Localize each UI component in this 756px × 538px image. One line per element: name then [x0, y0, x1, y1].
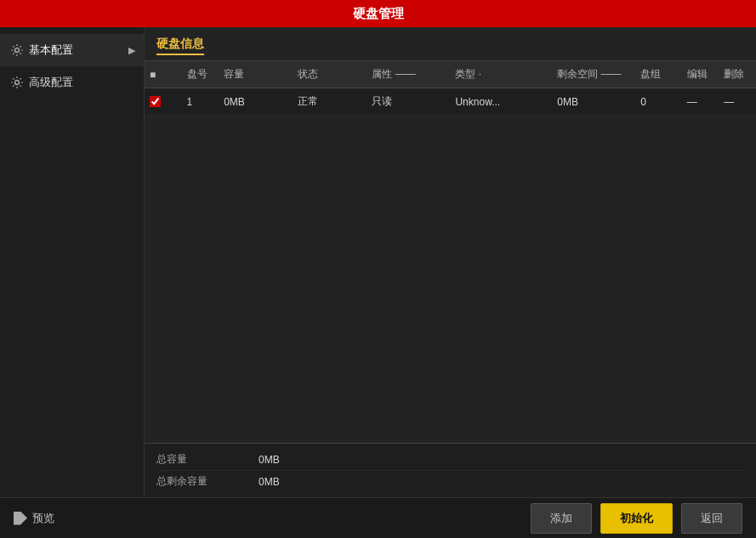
sidebar-item-basic-config[interactable]: 基本配置 ▶	[0, 34, 144, 66]
add-button[interactable]: 添加	[531, 503, 592, 534]
row-capacity: 0MB	[219, 88, 293, 116]
row-checkbox-cell[interactable]	[145, 88, 182, 116]
row-edit: —	[682, 88, 719, 116]
row-delete: —	[719, 88, 756, 116]
title-bar: 硬盘管理	[0, 0, 756, 27]
col-header-freespace: 剩余空间 ——	[552, 61, 635, 88]
row-attr: 只读	[367, 88, 450, 116]
col-header-capacity: 容量	[219, 61, 293, 88]
footer-summary: 总容量 0MB 总剩余容量 0MB	[145, 443, 756, 497]
col-header-attr: 属性 ——	[367, 61, 450, 88]
bottom-bar: 预览 添加 初始化 返回	[0, 497, 756, 538]
table-row: 1 0MB 正常 只读 Unknow... 0MB 0 — —	[145, 88, 756, 116]
arrow-icon: ▶	[128, 45, 135, 56]
section-title: 硬盘信息	[156, 37, 204, 55]
row-checkbox[interactable]	[150, 96, 161, 107]
disk-table-container[interactable]: ■ 盘号 容量 状态 属性 —— 类型 · 剩余空间 —— 盘组 编辑 删除	[145, 61, 756, 443]
col-header-edit: 编辑	[682, 61, 719, 88]
total-free-value: 0MB	[259, 476, 280, 488]
sidebar: 基本配置 ▶ 高级配置	[0, 27, 145, 497]
preview-text: 预览	[32, 511, 54, 526]
col-header-type: 类型 ·	[450, 61, 552, 88]
gear-icon	[10, 43, 24, 57]
initialize-button[interactable]: 初始化	[600, 503, 673, 534]
col-header-status: 状态	[293, 61, 367, 88]
gear-icon-advanced	[10, 76, 24, 89]
row-group: 0	[635, 88, 681, 116]
svg-point-1	[15, 81, 20, 85]
row-status: 正常	[293, 88, 367, 116]
sidebar-item-label: 基本配置	[29, 42, 73, 58]
preview-icon	[14, 512, 27, 525]
row-type: Unknow...	[450, 88, 552, 116]
content-header: 硬盘信息	[145, 27, 756, 61]
row-freespace: 0MB	[552, 88, 635, 116]
col-header-checkbox: ■	[145, 61, 182, 88]
title-text: 硬盘管理	[353, 6, 404, 22]
total-free-row: 总剩余容量 0MB	[156, 471, 744, 492]
total-capacity-label: 总容量	[156, 452, 259, 467]
sidebar-item-advanced-config[interactable]: 高级配置	[0, 66, 144, 99]
preview-section: 预览	[14, 511, 54, 526]
svg-point-0	[15, 48, 20, 53]
table-header-row: ■ 盘号 容量 状态 属性 —— 类型 · 剩余空间 —— 盘组 编辑 删除	[145, 61, 756, 88]
row-diskno: 1	[182, 88, 219, 116]
disk-table-body: 1 0MB 正常 只读 Unknow... 0MB 0 — —	[145, 88, 756, 116]
col-header-group: 盘组	[635, 61, 681, 88]
bottom-buttons: 添加 初始化 返回	[531, 503, 742, 534]
disk-table: ■ 盘号 容量 状态 属性 —— 类型 · 剩余空间 —— 盘组 编辑 删除	[145, 61, 756, 116]
sidebar-item-label-advanced: 高级配置	[29, 75, 73, 90]
content-area: 硬盘信息 ■ 盘号 容量 状态 属性 —— 类型 · 剩余空间 —— 盘组 编辑	[145, 27, 756, 497]
main-layout: 基本配置 ▶ 高级配置 硬盘信息 ■ 盘号	[0, 27, 756, 497]
col-header-diskno: 盘号	[182, 61, 219, 88]
back-button[interactable]: 返回	[681, 503, 742, 534]
total-free-label: 总剩余容量	[156, 474, 259, 489]
total-capacity-value: 0MB	[259, 454, 280, 466]
total-capacity-row: 总容量 0MB	[156, 449, 744, 471]
col-header-delete: 删除	[719, 61, 756, 88]
